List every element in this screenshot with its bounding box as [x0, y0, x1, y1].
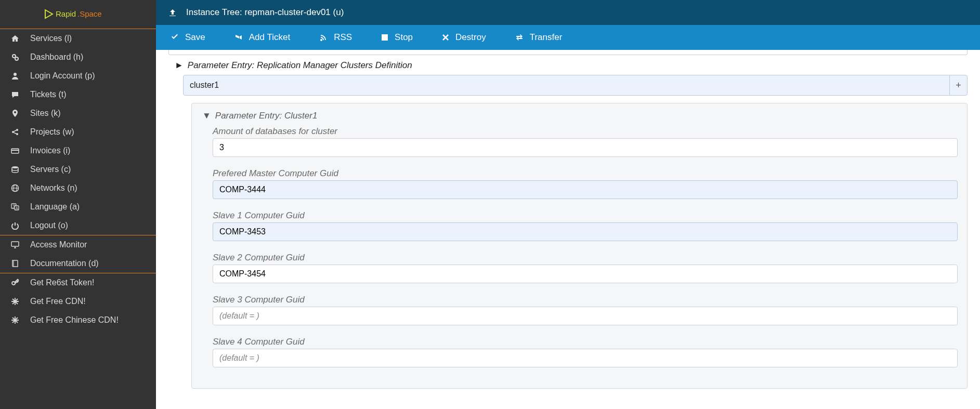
field-input[interactable] [213, 307, 958, 325]
previous-section-bottom [168, 50, 968, 55]
add-ticket-label: Add Ticket [249, 32, 290, 43]
sidebar-item-user[interactable]: Login Account (p) [0, 67, 156, 85]
inner-section-title: Parameter Entry: Cluster1 [215, 111, 318, 121]
field-label: Slave 1 Computer Guid [213, 210, 958, 221]
svg-text:A: A [16, 206, 18, 210]
add-ticket-button[interactable]: Add Ticket [220, 25, 305, 50]
share-icon [9, 127, 21, 137]
sidebar-item-card[interactable]: Invoices (i) [0, 141, 156, 160]
field-input[interactable] [213, 265, 958, 283]
star-icon [9, 297, 21, 306]
form-field: Slave 4 Computer Guid [213, 337, 958, 367]
sidebar-item-star[interactable]: Get Free Chinese CDN! [0, 311, 156, 329]
svg-rect-7 [11, 149, 19, 153]
outer-section-title: Parameter Entry: Replication Manager Clu… [188, 60, 412, 71]
sidebar-item-db[interactable]: Servers (c) [0, 160, 156, 179]
user-icon [9, 71, 21, 81]
plus-icon: + [956, 80, 961, 91]
svg-point-3 [14, 73, 17, 76]
svg-point-2 [15, 57, 18, 60]
field-input[interactable] [213, 222, 958, 241]
power-icon [9, 221, 21, 230]
cluster-name-input[interactable] [184, 75, 949, 95]
field-label: Slave 3 Computer Guid [213, 295, 958, 305]
sidebar-item-monitor[interactable]: Access Monitor [0, 235, 156, 254]
transfer-button[interactable]: Transfer [501, 25, 577, 50]
sidebar-item-label: Services (l) [30, 34, 72, 43]
rss-button[interactable]: RSS [305, 25, 367, 50]
db-icon [9, 165, 21, 174]
svg-point-9 [12, 166, 18, 168]
logo[interactable]: Rapid .Space [0, 0, 156, 29]
sidebar-item-label: Get Re6st Token! [30, 278, 94, 287]
sidebar-item-share[interactable]: Projects (w) [0, 123, 156, 141]
svg-point-6 [16, 133, 18, 135]
field-label: Prefered Master Computer Guid [213, 168, 958, 179]
sidebar-item-globe[interactable]: Networks (n) [0, 179, 156, 197]
triangle-down-icon: ▼ [202, 111, 211, 121]
outer-section-header[interactable]: ► Parameter Entry: Replication Manager C… [168, 58, 968, 75]
nav-section-main: Services (l)Dashboard (h)Login Account (… [0, 29, 156, 235]
sidebar-item-label: Access Monitor [30, 240, 87, 249]
comment-icon [9, 90, 21, 99]
lang-icon: 文A [9, 202, 21, 212]
sidebar-item-book[interactable]: Documentation (d) [0, 254, 156, 273]
sidebar-item-label: Logout (o) [30, 221, 68, 230]
sidebar-item-label: Dashboard (h) [30, 52, 83, 62]
svg-point-17 [12, 282, 15, 285]
field-input[interactable] [213, 138, 958, 157]
destroy-button[interactable]: Destroy [427, 25, 501, 50]
sidebar-item-key[interactable]: Get Re6st Token! [0, 273, 156, 292]
monitor-icon [9, 240, 21, 249]
main: Instance Tree: repman-cluster-dev01 (u) … [156, 0, 980, 409]
stop-button[interactable]: Stop [367, 25, 427, 50]
sidebar-item-lang[interactable]: 文ALanguage (a) [0, 197, 156, 216]
sidebar-item-home[interactable]: Services (l) [0, 29, 156, 48]
sidebar-item-label: Networks (n) [30, 183, 77, 193]
add-cluster-button[interactable]: + [949, 75, 967, 95]
field-label: Slave 4 Computer Guid [213, 337, 958, 347]
sidebar-item-label: Tickets (t) [30, 90, 67, 99]
content: ► Parameter Entry: Replication Manager C… [156, 50, 980, 409]
card-icon [9, 146, 21, 155]
sidebar-item-label: Login Account (p) [30, 71, 95, 81]
sidebar-item-label: Sites (k) [30, 109, 61, 118]
sidebar-item-label: Documentation (d) [30, 259, 99, 268]
logo-text-2: .Space [77, 9, 102, 18]
form-field: Slave 2 Computer Guid [213, 253, 958, 283]
form-field: Slave 1 Computer Guid [213, 210, 958, 241]
triangle-right-icon: ► [175, 60, 184, 71]
globe-icon [9, 183, 21, 193]
home-icon [9, 34, 21, 43]
svg-rect-8 [11, 150, 19, 151]
field-label: Amount of databases for cluster [213, 126, 958, 137]
sidebar-item-label: Invoices (i) [30, 146, 70, 155]
inner-section-header[interactable]: ▼ Parameter Entry: Cluster1 [202, 111, 958, 121]
upload-icon[interactable] [168, 8, 177, 17]
page-title: Instance Tree: repman-cluster-dev01 (u) [186, 7, 344, 18]
cluster-name-bar: + [183, 75, 968, 96]
marker-icon [9, 109, 21, 118]
key-icon [9, 278, 21, 287]
sidebar-item-gears[interactable]: Dashboard (h) [0, 48, 156, 67]
destroy-label: Destroy [455, 32, 486, 43]
save-button[interactable]: Save [156, 25, 220, 50]
sidebar-item-star[interactable]: Get Free CDN! [0, 292, 156, 311]
field-input[interactable] [213, 349, 958, 367]
field-input[interactable] [213, 180, 958, 199]
sidebar-item-comment[interactable]: Tickets (t) [0, 85, 156, 104]
svg-marker-0 [45, 10, 53, 18]
field-label: Slave 2 Computer Guid [213, 253, 958, 263]
star-icon [9, 315, 21, 325]
sidebar-item-marker[interactable]: Sites (k) [0, 104, 156, 123]
sidebar-item-label: Get Free Chinese CDN! [30, 315, 119, 325]
form-field: Slave 3 Computer Guid [213, 295, 958, 325]
sidebar-item-label: Servers (c) [30, 165, 71, 174]
rss-label: RSS [334, 32, 352, 43]
sidebar-item-power[interactable]: Logout (o) [0, 216, 156, 235]
svg-point-5 [16, 129, 18, 131]
sidebar-item-label: Get Free CDN! [30, 297, 86, 306]
gears-icon [9, 52, 21, 62]
save-label: Save [185, 32, 205, 43]
nav-section-bottom: Get Re6st Token!Get Free CDN!Get Free Ch… [0, 273, 156, 329]
